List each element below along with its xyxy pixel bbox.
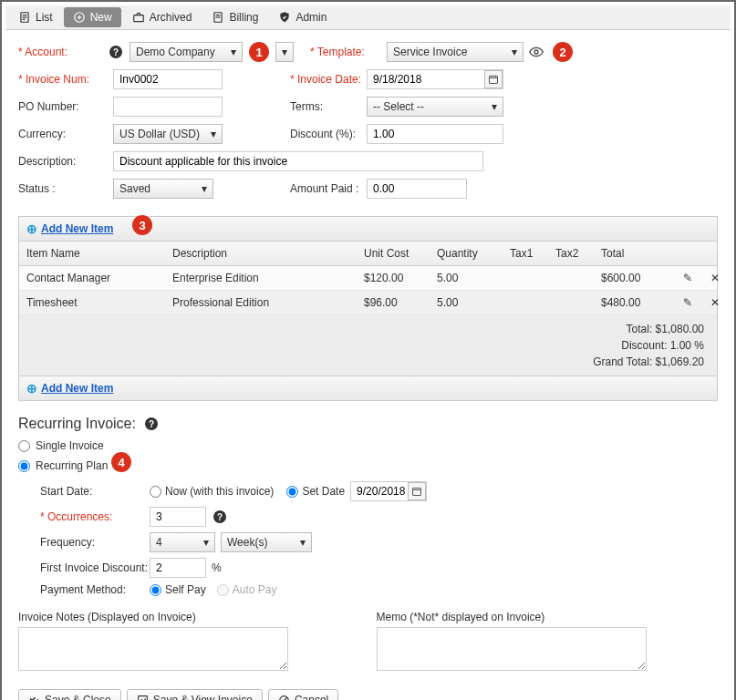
document-icon bbox=[18, 11, 31, 24]
self-pay-radio[interactable] bbox=[150, 584, 161, 596]
recurring-plan-label: Recurring Plan bbox=[36, 459, 108, 472]
chevron-down-icon: ▾ bbox=[300, 536, 306, 549]
status-dropdown[interactable]: Saved ▾ bbox=[113, 179, 213, 199]
chevron-down-icon: ▾ bbox=[492, 100, 497, 113]
template-value: Service Invoice bbox=[393, 46, 467, 58]
cell-item-name: Timesheet bbox=[26, 296, 172, 309]
terms-label: Terms: bbox=[290, 100, 367, 113]
panel-header: ⊕ Add New Item 3 bbox=[19, 217, 717, 242]
add-new-item-link[interactable]: Add New Item bbox=[41, 222, 113, 235]
recurring-plan-option[interactable]: Recurring Plan 4 bbox=[5, 456, 731, 476]
invoice-num-label: * Invoice Num: bbox=[18, 73, 106, 86]
single-invoice-radio[interactable] bbox=[18, 440, 30, 452]
template-dropdown[interactable]: Service Invoice ▾ bbox=[387, 42, 523, 62]
percent-label: % bbox=[212, 561, 222, 574]
check-icon bbox=[28, 695, 40, 701]
calendar-icon[interactable] bbox=[408, 482, 426, 500]
save-view-button[interactable]: Save & View Invoice bbox=[127, 689, 263, 700]
currency-label: Currency: bbox=[18, 128, 106, 140]
col-item-name: Item Name bbox=[26, 247, 172, 260]
template-label: * Template: bbox=[310, 46, 387, 58]
delete-icon[interactable]: ✕ bbox=[701, 296, 729, 309]
amount-paid-input[interactable] bbox=[367, 179, 467, 199]
currency-value: US Dollar (USD) bbox=[119, 128, 200, 140]
cell-item-name: Contact Manager bbox=[26, 272, 172, 284]
cell-description: Professional Edition bbox=[172, 296, 364, 309]
chevron-down-icon: ▾ bbox=[203, 536, 209, 549]
edit-icon[interactable]: ✎ bbox=[674, 272, 701, 284]
po-input[interactable] bbox=[113, 97, 223, 117]
amount-paid-label: Amount Paid : bbox=[290, 182, 367, 195]
svg-rect-16 bbox=[413, 489, 421, 496]
tab-new[interactable]: New bbox=[64, 7, 121, 27]
invoice-form: * Account: ? Demo Company ▾ 1 ▾ * Templa… bbox=[5, 30, 731, 211]
delete-icon[interactable]: ✕ bbox=[701, 272, 729, 284]
help-icon[interactable]: ? bbox=[145, 417, 158, 430]
currency-dropdown[interactable]: US Dollar (USD) ▾ bbox=[113, 124, 223, 144]
chevron-down-icon: ▾ bbox=[202, 182, 207, 195]
invoice-date-input[interactable] bbox=[367, 69, 503, 89]
cell-total: $480.00 bbox=[601, 296, 674, 309]
description-label: Description: bbox=[18, 155, 106, 168]
save-close-button[interactable]: Save & Close bbox=[18, 689, 121, 700]
plus-icon: ⊕ bbox=[26, 221, 37, 236]
recurring-plan-radio[interactable] bbox=[18, 460, 30, 472]
terms-dropdown[interactable]: -- Select -- ▾ bbox=[367, 97, 503, 117]
frequency-unit: Week(s) bbox=[227, 536, 267, 549]
tab-archived-label: Archived bbox=[150, 11, 192, 24]
frequency-unit-dropdown[interactable]: Week(s) ▾ bbox=[221, 532, 312, 552]
add-new-item-link-bottom[interactable]: Add New Item bbox=[41, 382, 113, 395]
edit-icon[interactable]: ✎ bbox=[674, 296, 701, 309]
description-input[interactable] bbox=[113, 151, 483, 171]
callout-2: 2 bbox=[553, 42, 573, 62]
discount-line: Discount: 1.00 % bbox=[32, 337, 704, 354]
callout-1: 1 bbox=[249, 42, 269, 62]
recurring-subform: Start Date: Now (with this invoice) Set … bbox=[5, 481, 731, 596]
account-dropdown[interactable]: Demo Company ▾ bbox=[130, 42, 243, 62]
invoice-notes-textarea[interactable] bbox=[18, 627, 288, 671]
payment-method-label: Payment Method: bbox=[40, 583, 150, 596]
svg-rect-12 bbox=[490, 77, 498, 84]
account-extra-dropdown[interactable]: ▾ bbox=[275, 42, 294, 62]
help-icon[interactable]: ? bbox=[109, 46, 122, 58]
document-icon bbox=[212, 11, 224, 24]
tab-archived[interactable]: Archived bbox=[123, 7, 202, 27]
svg-point-11 bbox=[534, 50, 538, 54]
memo-label: Memo (*Not* displayed on Invoice) bbox=[377, 611, 719, 623]
chevron-down-icon: ▾ bbox=[231, 46, 236, 58]
occurrences-input[interactable] bbox=[150, 507, 206, 527]
table-row: Contact ManagerEnterprise Edition$120.00… bbox=[19, 266, 717, 291]
col-total: Total bbox=[601, 247, 674, 260]
tab-list[interactable]: List bbox=[9, 7, 62, 27]
po-label: PO Number: bbox=[18, 100, 106, 113]
cell-description: Enterprise Edition bbox=[172, 272, 364, 284]
memo-textarea[interactable] bbox=[377, 627, 647, 671]
callout-3: 3 bbox=[132, 215, 152, 235]
notes-section: Invoice Notes (Displayed on Invoice) Mem… bbox=[5, 602, 731, 680]
table-row: TimesheetProfessional Edition$96.005.00$… bbox=[19, 291, 717, 315]
grand-total-line: Grand Total: $1,069.20 bbox=[32, 354, 704, 370]
col-tax1: Tax1 bbox=[510, 247, 555, 260]
discount-input[interactable] bbox=[367, 124, 503, 144]
invoice-num-input[interactable] bbox=[113, 69, 223, 89]
single-invoice-option[interactable]: Single Invoice bbox=[5, 436, 731, 456]
status-label: Status : bbox=[18, 182, 106, 195]
tab-billing[interactable]: Billing bbox=[202, 7, 267, 27]
calendar-icon[interactable] bbox=[484, 70, 503, 88]
now-radio[interactable] bbox=[150, 486, 161, 498]
tab-admin[interactable]: Admin bbox=[269, 7, 336, 27]
cell-quantity: 5.00 bbox=[437, 272, 510, 284]
invoice-notes-label: Invoice Notes (Displayed on Invoice) bbox=[18, 611, 360, 623]
cancel-button[interactable]: Cancel bbox=[268, 689, 338, 700]
set-date-radio[interactable] bbox=[286, 486, 298, 498]
help-icon[interactable]: ? bbox=[213, 510, 226, 523]
col-unit-cost: Unit Cost bbox=[364, 247, 437, 260]
first-discount-input[interactable] bbox=[150, 558, 206, 578]
eye-icon[interactable] bbox=[529, 45, 544, 59]
terms-value: -- Select -- bbox=[373, 100, 424, 113]
frequency-number-dropdown[interactable]: 4 ▾ bbox=[150, 532, 215, 552]
briefcase-icon bbox=[132, 11, 145, 24]
cancel-icon bbox=[278, 695, 290, 701]
chevron-down-icon: ▾ bbox=[512, 46, 517, 58]
action-buttons: Save & Close Save & View Invoice Cancel bbox=[5, 680, 731, 700]
